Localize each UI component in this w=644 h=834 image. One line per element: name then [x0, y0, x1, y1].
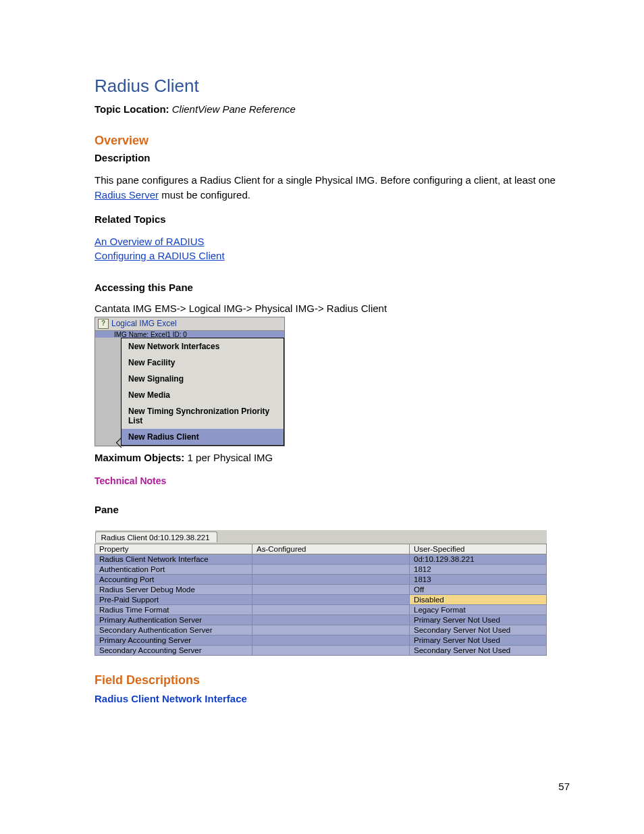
max-objects-value: 1 per Physical IMG: [188, 452, 273, 463]
cell-ascfg: [252, 604, 410, 615]
cell-ascfg: [252, 554, 410, 564]
field-descriptions-heading: Field Descriptions: [95, 673, 570, 687]
cell-prop: Radius Client Network Interface: [95, 554, 252, 564]
cell-prop: Authentication Port: [95, 564, 252, 574]
cell-prop: Secondary Accounting Server: [95, 645, 252, 655]
table-row: Secondary Accounting ServerSecondary Ser…: [95, 645, 547, 655]
description-paragraph: This pane configures a Radius Client for…: [95, 173, 570, 203]
page: Radius Client Topic Location: ClientView…: [0, 0, 644, 834]
pane-heading: Pane: [95, 504, 570, 515]
overview-heading: Overview: [95, 134, 570, 148]
hdr-property: Property: [95, 544, 252, 554]
maximum-objects: Maximum Objects: 1 per Physical IMG: [95, 452, 570, 463]
cell-ascfg: [252, 615, 410, 625]
cell-ascfg: [252, 635, 410, 645]
menu-new-media[interactable]: New Media: [122, 387, 284, 403]
table-row: Primary Accounting ServerPrimary Server …: [95, 635, 547, 645]
cell-prop: Radius Time Format: [95, 604, 252, 615]
menu-new-network-interfaces[interactable]: New Network Interfaces: [122, 338, 284, 355]
menu-new-radius-client[interactable]: New Radius Client: [122, 429, 284, 445]
menu-new-timing-sync[interactable]: New Timing Synchronization Priority List: [122, 403, 284, 429]
cell-ascfg: [252, 574, 410, 584]
table-row: Authentication Port1812: [95, 564, 547, 574]
max-objects-label: Maximum Objects:: [95, 452, 188, 463]
link-configuring-radius-client[interactable]: Configuring a RADIUS Client: [95, 250, 225, 261]
page-title: Radius Client: [95, 76, 570, 97]
cell-val[interactable]: 0d:10.129.38.221: [410, 554, 547, 564]
description-heading: Description: [95, 152, 570, 163]
cell-ascfg: [252, 645, 410, 655]
hdr-user-specified: User-Specified: [410, 544, 547, 554]
cell-prop: Accounting Port: [95, 574, 252, 584]
table-tab-row: Radius Client 0d:10.129.38.221: [95, 530, 547, 544]
table-row: Secondary Authentication ServerSecondary…: [95, 625, 547, 635]
cell-ascfg: [252, 564, 410, 574]
cell-ascfg: [252, 594, 410, 604]
page-number: 57: [558, 781, 570, 792]
link-overview-radius[interactable]: An Overview of RADIUS: [95, 236, 205, 247]
topic-location: Topic Location: ClientView Pane Referenc…: [95, 103, 570, 115]
cell-val[interactable]: Legacy Format: [410, 604, 547, 615]
cell-val[interactable]: 1813: [410, 574, 547, 584]
description-text-pre: This pane configures a Radius Client for…: [95, 174, 556, 186]
tree-root-row[interactable]: ? Logical IMG Excel: [95, 317, 284, 331]
table-row: Radius Server Debug ModeOff: [95, 584, 547, 594]
tree-sub-row[interactable]: IMG Name: Excel1 ID: 0: [95, 331, 284, 338]
table-row: Radius Time FormatLegacy Format: [95, 604, 547, 615]
radius-server-link[interactable]: Radius Server: [95, 189, 159, 201]
related-links: An Overview of RADIUS Configuring a RADI…: [95, 234, 570, 263]
cell-val[interactable]: Secondary Server Not Used: [410, 645, 547, 655]
tree-root-label: Logical IMG Excel: [111, 319, 177, 328]
description-text-post: must be configured.: [159, 189, 250, 201]
hdr-as-configured: As-Configured: [252, 544, 410, 554]
cell-prop: Radius Server Debug Mode: [95, 584, 252, 594]
table-row: Primary Authentication ServerPrimary Ser…: [95, 615, 547, 625]
menu-new-signaling[interactable]: New Signaling: [122, 371, 284, 387]
topic-location-value: ClientView Pane Reference: [172, 103, 296, 115]
cell-val[interactable]: Primary Server Not Used: [410, 635, 547, 645]
cell-val[interactable]: Disabled: [410, 594, 547, 604]
pane-tab[interactable]: Radius Client 0d:10.129.38.221: [95, 531, 217, 542]
tree-mock: ? Logical IMG Excel IMG Name: Excel1 ID:…: [95, 317, 285, 446]
technical-notes-heading: Technical Notes: [95, 475, 570, 486]
related-topics-heading: Related Topics: [95, 213, 570, 225]
cell-prop: Pre-Paid Support: [95, 594, 252, 604]
cell-prop: Primary Authentication Server: [95, 615, 252, 625]
field-desc-subheading: Radius Client Network Interface: [95, 693, 570, 704]
breadcrumb: Cantata IMG EMS-> Logical IMG-> Physical…: [95, 303, 570, 314]
cell-val[interactable]: Primary Server Not Used: [410, 615, 547, 625]
cell-prop: Primary Accounting Server: [95, 635, 252, 645]
table-row: Accounting Port1813: [95, 574, 547, 584]
q-icon: ?: [98, 319, 109, 329]
menu-new-facility[interactable]: New Facility: [122, 355, 284, 371]
cell-val[interactable]: Secondary Server Not Used: [410, 625, 547, 635]
cell-ascfg: [252, 584, 410, 594]
accessing-heading: Accessing this Pane: [95, 282, 570, 293]
cell-ascfg: [252, 625, 410, 635]
cell-prop: Secondary Authentication Server: [95, 625, 252, 635]
context-menu: New Network Interfaces New Facility New …: [121, 338, 284, 446]
table-row: Pre-Paid SupportDisabled: [95, 594, 547, 604]
cell-val[interactable]: 1812: [410, 564, 547, 574]
topic-location-label: Topic Location:: [95, 103, 172, 115]
property-table: Radius Client 0d:10.129.38.221 Property …: [95, 530, 547, 656]
table-row: Radius Client Network Interface0d:10.129…: [95, 554, 547, 564]
table-header-row: Property As-Configured User-Specified: [95, 544, 547, 554]
cell-val[interactable]: Off: [410, 584, 547, 594]
